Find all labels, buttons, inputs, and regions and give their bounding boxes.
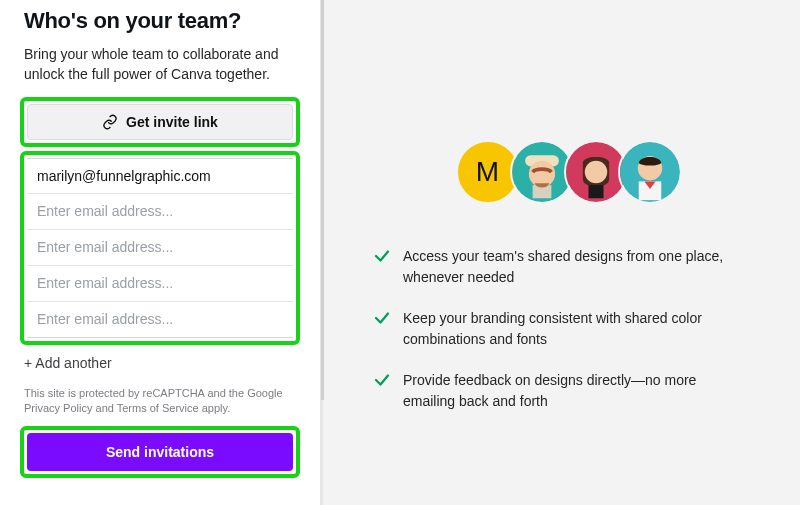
page-heading: Who's on your team? xyxy=(24,8,296,34)
benefit-text: Keep your branding consistent with share… xyxy=(403,308,743,350)
benefit-item-1: Access your team's shared designs from o… xyxy=(373,246,743,288)
benefit-item-3: Provide feedback on designs directly—no … xyxy=(373,370,743,412)
scrollbar-track[interactable] xyxy=(321,0,324,400)
get-invite-link-label: Get invite link xyxy=(126,114,218,130)
benefit-text: Provide feedback on designs directly—no … xyxy=(403,370,743,412)
send-invitations-highlight: Send invitations xyxy=(24,430,296,474)
legal-text: This site is protected by reCAPTCHA and … xyxy=(24,386,284,417)
svg-point-5 xyxy=(584,161,607,184)
email-input-group xyxy=(24,155,296,341)
benefit-text: Access your team's shared designs from o… xyxy=(403,246,743,288)
svg-rect-6 xyxy=(588,185,603,198)
invite-link-highlight: Get invite link xyxy=(24,101,296,143)
check-icon xyxy=(373,371,391,389)
send-invitations-button[interactable]: Send invitations xyxy=(27,433,293,471)
benefit-item-2: Keep your branding consistent with share… xyxy=(373,308,743,350)
link-icon xyxy=(102,114,118,130)
email-field-1[interactable] xyxy=(27,158,293,194)
email-field-5[interactable] xyxy=(27,302,293,338)
left-panel: Who's on your team? Bring your whole tea… xyxy=(0,0,320,505)
svg-point-2 xyxy=(528,161,554,187)
right-panel: M Access your team's shared designs from… xyxy=(320,0,800,505)
email-field-4[interactable] xyxy=(27,266,293,302)
onboarding-team-invite-screen: Who's on your team? Bring your whole tea… xyxy=(0,0,800,505)
add-another-button[interactable]: + Add another xyxy=(24,355,112,371)
check-icon xyxy=(373,247,391,265)
email-field-3[interactable] xyxy=(27,230,293,266)
check-icon xyxy=(373,309,391,327)
benefits-list: Access your team's shared designs from o… xyxy=(373,246,764,412)
get-invite-link-button[interactable]: Get invite link xyxy=(27,104,293,140)
email-field-2[interactable] xyxy=(27,194,293,230)
team-avatars: M xyxy=(373,140,764,204)
page-subheading: Bring your whole team to collaborate and… xyxy=(24,44,294,85)
avatar-teammate-3 xyxy=(618,140,682,204)
